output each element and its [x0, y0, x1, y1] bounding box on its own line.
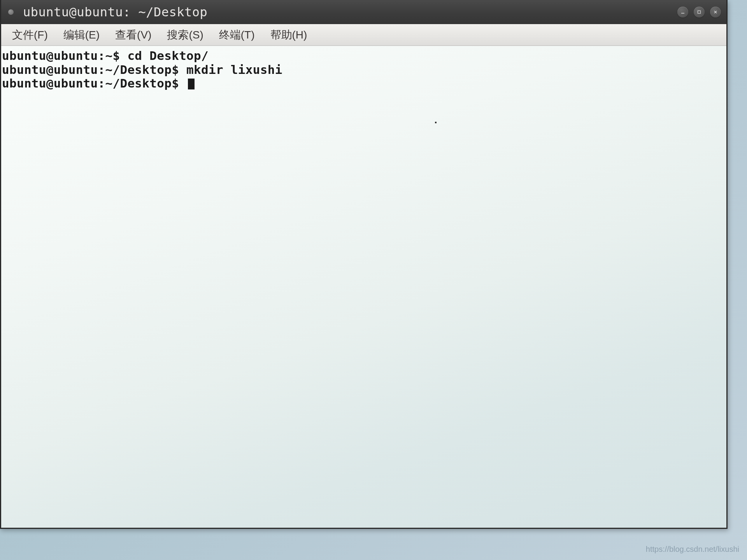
- menu-search[interactable]: 搜索(S): [159, 25, 211, 45]
- screen-artifact: [435, 122, 437, 123]
- menu-bar: 文件(F) 编辑(E) 查看(V) 搜索(S) 终端(T) 帮助(H): [1, 24, 726, 46]
- menu-view[interactable]: 查看(V): [107, 25, 159, 45]
- cursor-icon: [188, 79, 195, 89]
- terminal-window: ubuntu@ubuntu: ~/Desktop 文件(F) 编辑(E) 查看(…: [0, 0, 728, 529]
- app-indicator-icon: [8, 9, 14, 15]
- watermark-text: https://blog.csdn.net/lixushi: [646, 545, 739, 554]
- close-icon: [713, 10, 718, 14]
- close-button[interactable]: [710, 7, 721, 18]
- menu-help[interactable]: 帮助(H): [263, 25, 315, 45]
- window-title: ubuntu@ubuntu: ~/Desktop: [23, 5, 207, 19]
- terminal-line: ubuntu@ubuntu:~/Desktop$ mkdir lixushi: [1, 63, 726, 77]
- terminal-body[interactable]: ubuntu@ubuntu:~$ cd Desktop/ ubuntu@ubun…: [1, 46, 726, 528]
- terminal-line: ubuntu@ubuntu:~$ cd Desktop/: [1, 49, 726, 63]
- maximize-icon: [697, 10, 701, 14]
- terminal-prompt-line: ubuntu@ubuntu:~/Desktop$: [1, 77, 726, 91]
- title-bar[interactable]: ubuntu@ubuntu: ~/Desktop: [1, 0, 726, 24]
- svg-rect-1: [698, 11, 701, 14]
- minimize-icon: [680, 10, 685, 14]
- menu-edit[interactable]: 编辑(E): [56, 25, 107, 45]
- window-controls: [677, 7, 721, 18]
- maximize-button[interactable]: [694, 7, 705, 18]
- menu-terminal[interactable]: 终端(T): [211, 25, 263, 45]
- menu-file[interactable]: 文件(F): [4, 25, 56, 45]
- terminal-prompt: ubuntu@ubuntu:~/Desktop$: [2, 76, 186, 90]
- minimize-button[interactable]: [677, 7, 688, 18]
